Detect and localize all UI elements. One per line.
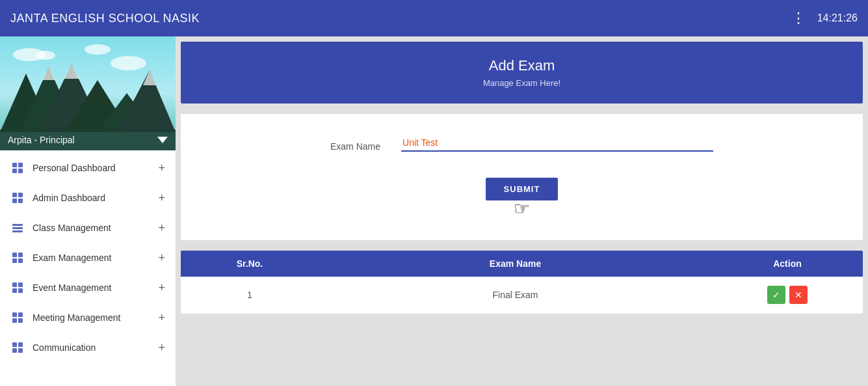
svg-marker-8: [143, 70, 156, 85]
dropdown-icon[interactable]: [157, 137, 168, 143]
page-header: Add Exam Manage Exam Here!: [181, 42, 863, 103]
col-action: Action: [722, 258, 852, 269]
nav-label: Personal Dashboard: [33, 163, 150, 173]
form-row: Exam Name: [330, 135, 713, 152]
nav-plus-icon[interactable]: +: [158, 341, 165, 355]
delete-button[interactable]: ✕: [789, 286, 808, 304]
grid4-icon: [10, 251, 25, 265]
table-card: Sr.No. Exam Name Action 1 Final Exam ✓ ✕: [181, 251, 863, 314]
topbar-right: ⋮ 14:21:26: [791, 10, 858, 27]
svg-marker-7: [64, 64, 79, 79]
page-title: Add Exam: [191, 57, 852, 74]
cursor-pointer-icon: ☞: [514, 198, 530, 219]
exam-name-label: Exam Name: [330, 141, 380, 152]
sidebar-item-personal-dashboard[interactable]: Personal Dashboard +: [0, 153, 176, 183]
sidebar-item-exam-management[interactable]: Exam Management +: [0, 243, 176, 273]
nav-plus-icon[interactable]: +: [158, 311, 165, 325]
col-srno: Sr.No.: [191, 258, 308, 269]
sidebar: Arpita - Principal Personal Dashboard + …: [0, 36, 176, 386]
more-options-icon[interactable]: ⋮: [791, 10, 807, 27]
bar-icon: [10, 221, 25, 235]
main-layout: Arpita - Principal Personal Dashboard + …: [0, 36, 868, 386]
nav-plus-icon[interactable]: +: [158, 221, 165, 235]
exam-name-input-wrap: [401, 135, 713, 152]
submit-button[interactable]: SUBMIT: [486, 178, 559, 200]
form-card: Exam Name SUBMIT ☞: [181, 114, 863, 240]
grid4-icon: [10, 191, 25, 205]
nav-label: Meeting Management: [33, 312, 150, 323]
grid4-icon: [10, 310, 25, 325]
nav-plus-icon[interactable]: +: [158, 161, 165, 175]
edit-button[interactable]: ✓: [767, 286, 785, 304]
nav-label: Class Management: [33, 223, 150, 233]
grid4-icon: [10, 340, 25, 355]
col-examname: Exam Name: [308, 258, 722, 269]
page-subtitle: Manage Exam Here!: [191, 78, 852, 88]
grid4-icon: [10, 281, 25, 295]
sidebar-profile: Arpita - Principal: [0, 36, 176, 150]
content-area: Add Exam Manage Exam Here! Exam Name SUB…: [176, 36, 868, 386]
profile-name: Arpita - Principal: [8, 135, 75, 145]
nav-plus-icon[interactable]: +: [158, 191, 165, 205]
svg-marker-6: [42, 67, 55, 80]
nav-plus-icon[interactable]: +: [158, 251, 165, 265]
nav-label: Communication: [33, 342, 150, 353]
sidebar-item-event-management[interactable]: Event Management +: [0, 273, 176, 303]
sidebar-item-meeting-management[interactable]: Meeting Management +: [0, 303, 176, 333]
sidebar-item-communication[interactable]: Communication +: [0, 333, 176, 363]
profile-name-bar: Arpita - Principal: [0, 130, 176, 150]
sidebar-item-class-management[interactable]: Class Management +: [0, 213, 176, 243]
sidebar-item-admin-dashboard[interactable]: Admin Dashboard +: [0, 183, 176, 213]
nav-label: Exam Management: [33, 253, 150, 263]
topbar: JANTA ENGLISH SCHOOL NASIK ⋮ 14:21:26: [0, 0, 868, 36]
nav-label: Admin Dashboard: [33, 193, 150, 203]
cell-examname: Final Exam: [308, 290, 722, 300]
table-header: Sr.No. Exam Name Action: [181, 251, 863, 277]
grid2x2-icon: [10, 161, 25, 175]
cell-action: ✓ ✕: [722, 286, 852, 304]
exam-name-input[interactable]: [401, 135, 713, 152]
nav-plus-icon[interactable]: +: [158, 281, 165, 295]
cell-sr: 1: [191, 290, 308, 300]
nav-label: Event Management: [33, 283, 150, 293]
table-row: 1 Final Exam ✓ ✕: [181, 277, 863, 314]
submit-container: SUBMIT ☞: [486, 162, 559, 219]
app-title: JANTA ENGLISH SCHOOL NASIK: [10, 12, 200, 25]
clock: 14:21:26: [817, 12, 858, 24]
sidebar-nav: Personal Dashboard + Admin Dashboard + C…: [0, 150, 176, 386]
